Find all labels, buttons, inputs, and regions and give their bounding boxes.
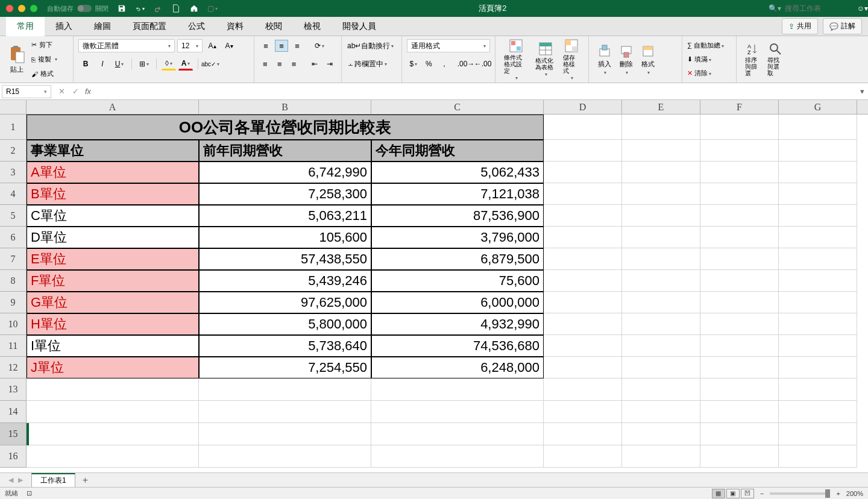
cell[interactable]: [544, 313, 622, 335]
row-header-12[interactable]: 12: [0, 357, 26, 378]
cell[interactable]: [779, 292, 857, 313]
cell[interactable]: [622, 270, 700, 292]
number-format-select[interactable]: 通用格式▾: [407, 39, 490, 52]
paste-button[interactable]: 貼上: [5, 45, 29, 74]
cell[interactable]: 5,063,211: [199, 205, 371, 227]
cell[interactable]: [622, 423, 700, 445]
cell[interactable]: 75,600: [371, 270, 544, 292]
phonetic-button[interactable]: abc✓▾: [203, 57, 218, 71]
cell[interactable]: [779, 115, 857, 140]
cell[interactable]: [779, 335, 857, 357]
cell[interactable]: [779, 401, 857, 423]
col-header-C[interactable]: C: [371, 100, 544, 115]
cell[interactable]: [622, 335, 700, 357]
cell[interactable]: [544, 183, 622, 205]
cell[interactable]: B單位: [27, 183, 199, 205]
cell[interactable]: [544, 270, 622, 292]
cell[interactable]: [622, 357, 700, 378]
row-header-6[interactable]: 6: [0, 227, 26, 248]
row-header-16[interactable]: 16: [0, 445, 26, 468]
add-sheet-button[interactable]: +: [83, 475, 88, 486]
cell[interactable]: F單位: [27, 270, 199, 292]
new-file-icon[interactable]: [171, 4, 181, 13]
cell[interactable]: [622, 445, 700, 468]
cell[interactable]: [622, 292, 700, 313]
cell[interactable]: [779, 357, 857, 378]
cell[interactable]: [371, 401, 544, 423]
expand-formula-icon[interactable]: ▾: [856, 87, 868, 96]
cell[interactable]: [779, 423, 857, 445]
print-icon[interactable]: ▢▾: [207, 4, 217, 13]
cell[interactable]: 57,438,550: [199, 248, 371, 270]
cell[interactable]: [779, 270, 857, 292]
align-top-button[interactable]: ≡: [259, 40, 272, 52]
cell[interactable]: 74,536,680: [371, 335, 544, 357]
cell[interactable]: [700, 445, 779, 468]
toggle-switch[interactable]: [77, 5, 92, 12]
cell[interactable]: [779, 162, 857, 183]
cell[interactable]: [779, 313, 857, 335]
cell[interactable]: D單位: [27, 227, 199, 248]
cell[interactable]: J單位: [27, 357, 199, 378]
tab-draw[interactable]: 繪圖: [83, 17, 122, 36]
cell[interactable]: [700, 205, 779, 227]
formula-input[interactable]: [91, 85, 856, 98]
row-header-10[interactable]: 10: [0, 313, 26, 335]
autosave-toggle[interactable]: 自動儲存 關閉: [47, 4, 108, 13]
font-name-select[interactable]: 微軟正黑體▾: [78, 39, 175, 52]
fx-icon[interactable]: fx: [85, 87, 91, 96]
cell[interactable]: [544, 205, 622, 227]
row-header-3[interactable]: 3: [0, 162, 26, 183]
row-header-4[interactable]: 4: [0, 183, 26, 205]
cell[interactable]: 105,600: [199, 227, 371, 248]
cell[interactable]: [779, 205, 857, 227]
align-bottom-button[interactable]: ≡: [291, 40, 304, 52]
page-layout-view-button[interactable]: ▣: [726, 489, 740, 498]
cell[interactable]: [544, 335, 622, 357]
minimize-window-button[interactable]: [18, 5, 25, 12]
row-header-13[interactable]: 13: [0, 378, 26, 401]
comma-button[interactable]: ,: [438, 57, 451, 71]
maximize-window-button[interactable]: [30, 5, 37, 12]
zoom-in-button[interactable]: +: [836, 490, 840, 497]
sheet-tab-1[interactable]: 工作表1: [31, 473, 75, 487]
cell[interactable]: [622, 313, 700, 335]
cell[interactable]: OO公司各單位營收同期比較表: [27, 115, 544, 140]
percent-button[interactable]: %: [423, 57, 436, 71]
cell[interactable]: C單位: [27, 205, 199, 227]
row-header-5[interactable]: 5: [0, 205, 26, 227]
find-select-button[interactable]: 尋找與選取: [764, 42, 786, 77]
cell[interactable]: [622, 162, 700, 183]
cell[interactable]: I單位: [27, 335, 199, 357]
row-header-2[interactable]: 2: [0, 140, 26, 162]
cell[interactable]: [700, 140, 779, 162]
select-all-corner[interactable]: [0, 100, 27, 115]
cell[interactable]: [779, 140, 857, 162]
wrap-text-button[interactable]: ab↵ 自動換行▾: [347, 39, 394, 52]
tab-developer[interactable]: 開發人員: [332, 17, 387, 36]
shrink-font-button[interactable]: A▾: [222, 39, 236, 52]
home-icon[interactable]: [189, 4, 199, 13]
cell[interactable]: [544, 292, 622, 313]
format-as-table-button[interactable]: 格式化為表格▾: [532, 42, 559, 77]
border-button[interactable]: ⊞▾: [137, 57, 151, 71]
comments-button[interactable]: 💬註解: [823, 18, 862, 34]
orientation-button[interactable]: ⟳▾: [312, 39, 327, 52]
row-header-9[interactable]: 9: [0, 292, 26, 313]
col-header-A[interactable]: A: [27, 100, 199, 115]
cell[interactable]: [779, 248, 857, 270]
cell[interactable]: [700, 357, 779, 378]
zoom-out-button[interactable]: −: [760, 490, 764, 497]
cell[interactable]: [779, 378, 857, 401]
cell[interactable]: [700, 183, 779, 205]
fill-color-button[interactable]: ◊▾: [162, 57, 176, 71]
cell[interactable]: [700, 227, 779, 248]
cell[interactable]: [544, 140, 622, 162]
cut-button[interactable]: ✂剪下: [31, 39, 57, 52]
cell[interactable]: [544, 378, 622, 401]
sort-filter-button[interactable]: AZ排序與篩選: [741, 42, 764, 77]
cell[interactable]: [700, 270, 779, 292]
bold-button[interactable]: B: [78, 57, 93, 71]
page-break-view-button[interactable]: 凹: [741, 489, 754, 498]
cell[interactable]: 6,248,000: [371, 357, 544, 378]
